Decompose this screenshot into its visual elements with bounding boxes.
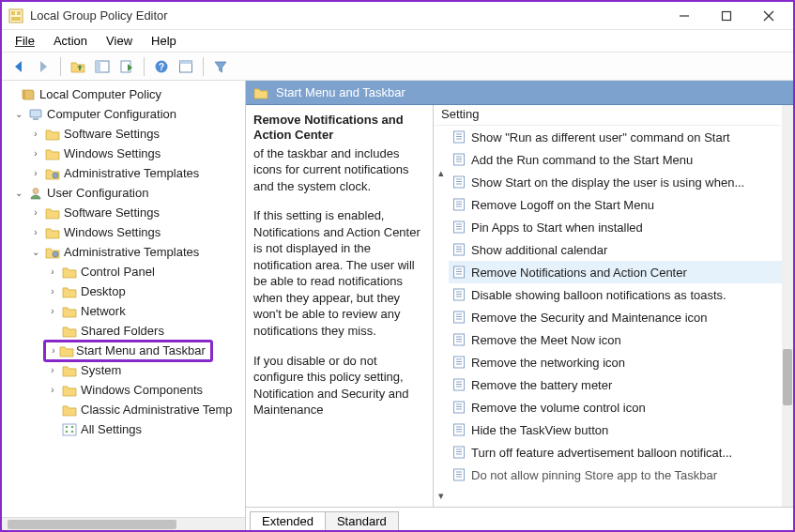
highlighted-tree-item: › Start Menu and Taskbar xyxy=(43,340,213,362)
setting-row[interactable]: Do not allow pinning Store app to the Ta… xyxy=(449,464,782,486)
setting-label: Remove Logoff on the Start Menu xyxy=(471,198,654,212)
title-bar: Local Group Policy Editor xyxy=(2,2,793,30)
folder-icon xyxy=(45,127,60,142)
policy-icon xyxy=(452,153,466,166)
setting-row[interactable]: Remove the Meet Now icon xyxy=(449,328,782,351)
setting-row[interactable]: Show additional calendar xyxy=(449,238,782,261)
setting-row[interactable]: Remove the volume control icon xyxy=(449,396,782,418)
svg-point-28 xyxy=(33,188,38,193)
folder-icon xyxy=(62,324,77,339)
menu-view[interactable]: View xyxy=(99,32,140,50)
setting-row[interactable]: Pin Apps to Start when installed xyxy=(449,216,782,238)
tree-uc-windows[interactable]: Windows Settings xyxy=(64,225,161,239)
svg-rect-14 xyxy=(11,11,15,15)
scroll-up-icon[interactable]: ▴ xyxy=(434,165,448,180)
tab-standard[interactable]: Standard xyxy=(325,511,399,530)
tree-start-menu-taskbar[interactable]: Start Menu and Taskbar xyxy=(74,343,208,357)
setting-label: Remove the volume control icon xyxy=(471,401,646,415)
setting-row[interactable]: Turn off feature advertisement balloon n… xyxy=(449,441,782,464)
menu-file[interactable]: File xyxy=(8,32,42,50)
tree-control-panel[interactable]: Control Panel xyxy=(81,265,155,279)
help-button[interactable]: ? xyxy=(150,55,173,78)
close-button[interactable] xyxy=(747,3,789,29)
folder-icon xyxy=(62,284,77,299)
tree-cc-software[interactable]: Software Settings xyxy=(64,127,160,141)
tab-extended[interactable]: Extended xyxy=(250,511,326,530)
policy-icon xyxy=(452,401,466,414)
tree-user-config[interactable]: User Configuration xyxy=(47,186,148,200)
setting-row[interactable]: Remove the Security and Maintenance icon xyxy=(449,306,782,328)
tree-root[interactable]: Local Computer Policy xyxy=(39,87,161,101)
policy-icon xyxy=(452,446,466,459)
export-button[interactable] xyxy=(115,55,138,78)
setting-row[interactable]: Remove Notifications and Action Center xyxy=(449,261,782,283)
selected-setting-title: Remove Notifications and Action Center xyxy=(253,113,423,144)
caret-icon[interactable]: ⌄ xyxy=(13,188,24,198)
maximize-button[interactable] xyxy=(705,3,747,29)
setting-row[interactable]: Remove the battery meter xyxy=(449,373,782,396)
policy-icon xyxy=(452,288,466,301)
description-panel: Remove Notifications and Action Center o… xyxy=(246,105,434,507)
forward-button[interactable] xyxy=(32,55,54,78)
back-button[interactable] xyxy=(8,55,30,78)
up-button[interactable] xyxy=(67,55,89,78)
setting-row[interactable]: Show Start on the display the user is us… xyxy=(449,171,782,193)
tree-h-scrollbar[interactable] xyxy=(2,517,245,530)
menu-action[interactable]: Action xyxy=(46,32,95,50)
setting-label: Show additional calendar xyxy=(471,243,607,257)
setting-label: Remove the Meet Now icon xyxy=(471,333,621,347)
setting-label: Do not allow pinning Store app to the Ta… xyxy=(471,468,717,482)
setting-label: Add the Run command to the Start Menu xyxy=(471,153,693,167)
svg-text:?: ? xyxy=(159,62,164,72)
setting-row[interactable]: Show "Run as different user" command on … xyxy=(449,126,782,148)
tree-classic-admin[interactable]: Classic Administrative Temp xyxy=(81,403,233,417)
tree-scroll[interactable]: Local Computer Policy ⌄ Computer Configu… xyxy=(2,81,245,517)
caret-icon[interactable]: ⌄ xyxy=(13,109,24,119)
folder-icon xyxy=(62,403,77,418)
setting-label: Remove the Security and Maintenance icon xyxy=(471,311,707,325)
setting-row[interactable]: Hide the TaskView button xyxy=(449,418,782,441)
tree-network[interactable]: Network xyxy=(81,304,126,318)
setting-label: Show "Run as different user" command on … xyxy=(471,130,730,144)
tree-cc-windows[interactable]: Windows Settings xyxy=(64,146,161,160)
details-header: Start Menu and Taskbar xyxy=(246,81,793,105)
list-column-header[interactable]: Setting xyxy=(434,105,793,126)
tree-windows-components[interactable]: Windows Components xyxy=(81,383,203,397)
setting-label: Remove the networking icon xyxy=(471,356,625,370)
settings-list: Setting ▴ ▾ Show "Run as different user"… xyxy=(434,105,793,507)
policy-icon xyxy=(452,175,466,189)
policy-icon xyxy=(452,468,466,481)
setting-row[interactable]: Remove the networking icon xyxy=(449,351,782,373)
menu-help[interactable]: Help xyxy=(144,32,184,50)
tree-uc-software[interactable]: Software Settings xyxy=(64,205,160,220)
setting-row[interactable]: Disable showing balloon notifications as… xyxy=(449,283,782,306)
svg-rect-15 xyxy=(17,11,21,15)
content-body: Local Computer Policy ⌄ Computer Configu… xyxy=(2,81,793,530)
setting-label: Remove the battery meter xyxy=(471,378,612,392)
scroll-down-icon[interactable]: ▾ xyxy=(434,488,448,503)
policy-icon xyxy=(452,198,466,211)
filter-button[interactable] xyxy=(209,55,232,78)
setting-row[interactable]: Add the Run command to the Start Menu xyxy=(449,148,782,171)
tree-cc-admin[interactable]: Administrative Templates xyxy=(64,166,199,180)
folder-icon xyxy=(45,225,60,240)
description-text: If you disable or do not configure this … xyxy=(253,353,423,418)
window-title: Local Group Policy Editor xyxy=(30,8,168,23)
setting-row[interactable]: Remove Logoff on the Start Menu xyxy=(449,193,782,216)
tree-uc-admin[interactable]: Administrative Templates xyxy=(64,245,199,259)
show-hide-tree-button[interactable] xyxy=(91,55,114,78)
tree-all-settings[interactable]: All Settings xyxy=(81,422,142,436)
folder-icon xyxy=(45,146,60,161)
setting-label: Hide the TaskView button xyxy=(471,423,608,437)
svg-rect-22 xyxy=(96,61,100,72)
properties-button[interactable] xyxy=(175,55,197,78)
details-v-scrollbar[interactable] xyxy=(782,105,793,507)
minimize-button[interactable] xyxy=(663,3,705,29)
user-config-icon xyxy=(28,186,43,201)
tree-shared-folders[interactable]: Shared Folders xyxy=(81,324,164,338)
tree-computer-config[interactable]: Computer Configuration xyxy=(47,107,176,121)
tree-desktop[interactable]: Desktop xyxy=(81,284,126,298)
computer-icon xyxy=(28,107,43,122)
tree-system[interactable]: System xyxy=(81,363,121,377)
policy-icon xyxy=(452,356,466,369)
